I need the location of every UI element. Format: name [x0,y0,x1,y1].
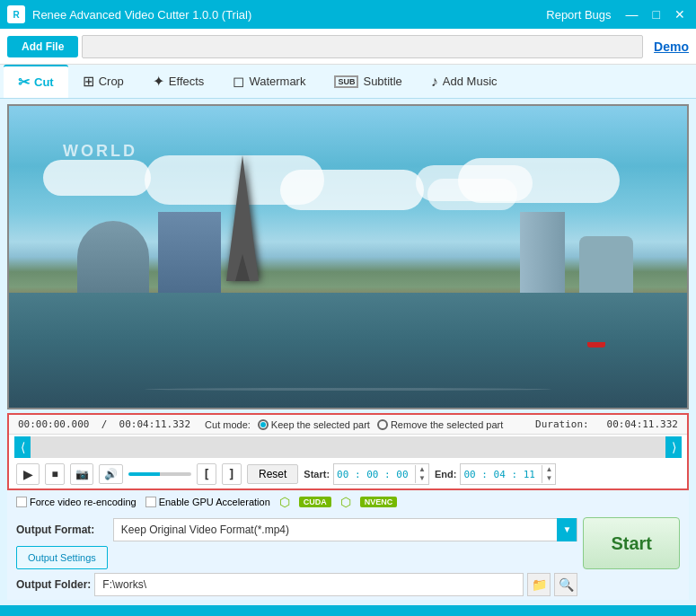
output-format-value: Keep Original Video Format(*.mp4) [114,524,558,536]
cut-icon: ✂ [18,74,30,91]
demo-label: Demo [654,40,689,54]
volume-slider[interactable] [128,472,191,476]
gpu-icon-1: ⬡ [279,495,290,509]
cloud [43,160,151,196]
nvenc-badge: NVENC [360,497,398,507]
remove-selected-radio[interactable]: Remove the selected part [377,419,503,430]
remove-selected-label: Remove the selected part [391,419,503,430]
timeline-section: 00:00:00.000 / 00:04:11.332 Cut mode: Ke… [7,413,689,490]
start-time-up[interactable]: ▲ [416,465,428,474]
end-time-input[interactable]: ▲ ▼ [460,463,556,485]
output-folder-label: Output Folder: [16,578,91,591]
restore-button[interactable]: □ [649,7,664,22]
start-time-spinners: ▲ ▼ [415,465,428,483]
toolbar: Add File Demo [0,29,696,65]
start-button[interactable]: Start [583,517,680,569]
screenshot-button[interactable]: 📷 [70,463,93,485]
window-controls: — □ ✕ [622,7,689,22]
reset-button[interactable]: Reset [247,464,298,484]
keep-selected-radio[interactable]: Keep the selected part [258,419,370,430]
add-file-button[interactable]: Add File [7,36,78,57]
boat [587,342,605,348]
duration-display: Duration: 00:04:11.332 [535,418,678,430]
video-preview-container: WORLD [7,104,689,409]
end-time-label: End: [435,469,456,480]
tab-effects-label: Effects [169,75,205,88]
tab-crop-label: Crop [99,75,124,88]
shard-tower [226,155,259,281]
tab-cut[interactable]: ✂ Cut [4,65,68,98]
keep-selected-label: Keep the selected part [271,419,370,430]
enable-gpu-checkbox[interactable]: Enable GPU Acceleration [145,497,270,507]
output-format-label: Output Format: [16,524,108,536]
timeline-slider[interactable]: ⟨ ⟩ [14,436,682,458]
nav-tabs: ✂ Cut ⊞ Crop ✦ Effects ◻ Watermark SUB S… [0,65,696,99]
cloud [416,165,533,201]
output-format-arrow[interactable]: ▼ [557,518,577,541]
cut-mode-label: Cut mode: [205,419,251,430]
tab-subtitle-label: Subtitle [363,75,401,88]
output-section: Output Format: Keep Original Video Forma… [7,514,689,600]
report-bugs-link[interactable]: Report Bugs [546,8,611,22]
end-time-spinners: ▲ ▼ [542,465,555,483]
start-time-input[interactable]: ▲ ▼ [333,463,429,485]
title-bar-right: Report Bugs — □ ✕ [546,7,689,22]
start-time-field[interactable] [334,469,415,480]
end-time-up[interactable]: ▲ [542,465,555,474]
force-reencode-checkbox[interactable]: Force video re-encoding [16,497,137,507]
start-time-group: Start: ▲ ▼ [304,463,429,485]
video-preview: WORLD [9,106,687,408]
remove-selected-radio-circle [377,419,388,430]
output-folder-path: F:\works\ [94,573,524,596]
force-reencode-label: Force video re-encoding [30,497,137,507]
tab-watermark-label: Watermark [249,75,305,88]
tab-subtitle[interactable]: SUB Subtitle [320,65,416,98]
slider-handle-right[interactable]: ⟩ [665,436,682,458]
main-content: WORLD 00:00:00.000 / 00:04:11.332 [0,99,696,605]
play-button[interactable]: ▶ [16,463,40,485]
end-time-down[interactable]: ▼ [542,474,555,483]
river [9,293,687,408]
gpu-icon-2: ⬡ [340,495,351,509]
current-time-display: 00:00:00.000 / 00:04:11.332 [18,418,190,430]
enable-gpu-box [145,497,156,507]
folder-path-text: F:\works\ [102,578,146,591]
app-icon: R [7,5,25,23]
building-office [158,212,221,302]
stop-button[interactable]: ■ [45,463,65,485]
tab-crop[interactable]: ⊞ Crop [68,65,138,98]
tab-add-music[interactable]: ♪ Add Music [417,65,512,98]
window-title: Renee Advanced Video Cutter 1.0.0 (Trial… [32,8,251,22]
title-bar-left: R Renee Advanced Video Cutter 1.0.0 (Tri… [7,5,251,23]
keep-selected-radio-circle [258,419,269,430]
volume-button[interactable]: 🔊 [99,464,123,484]
bottom-options: Force video re-encoding Enable GPU Accel… [7,490,689,514]
title-bar: R Renee Advanced Video Cutter 1.0.0 (Tri… [0,0,696,29]
music-icon: ♪ [431,74,438,90]
minimize-button[interactable]: — [622,7,642,22]
output-format-select[interactable]: Keep Original Video Format(*.mp4) ▼ [113,518,578,541]
slider-handle-left[interactable]: ⟨ [14,436,31,458]
effects-icon: ✦ [153,73,164,90]
mark-in-button[interactable]: [ [197,463,216,485]
end-time-group: End: ▲ ▼ [435,463,556,485]
force-reencode-box [16,497,27,507]
tab-cut-label: Cut [34,75,54,89]
duration-label: Duration: [535,418,589,430]
output-settings-button[interactable]: Output Settings [16,546,108,569]
search-folder-button[interactable]: 🔍 [554,573,577,596]
timeline-info-bar: 00:00:00.000 / 00:04:11.332 Cut mode: Ke… [9,415,687,435]
cuda-badge: CUDA [299,497,331,507]
start-time-down[interactable]: ▼ [416,474,428,483]
end-time-field[interactable] [461,469,542,480]
tab-effects[interactable]: ✦ Effects [138,65,219,98]
video-overlay-text: WORLD [63,142,137,161]
file-path-bar [82,35,643,58]
duration-value: 00:04:11.332 [607,418,678,430]
controls-row: ▶ ■ 📷 🔊 [ ] Reset Start: ▲ ▼ End: [9,460,687,488]
browse-folder-button[interactable]: 📁 [527,573,551,596]
close-button[interactable]: ✕ [671,7,689,22]
mark-out-button[interactable]: ] [222,463,242,485]
building-city-hall [77,221,149,302]
tab-watermark[interactable]: ◻ Watermark [218,65,320,98]
